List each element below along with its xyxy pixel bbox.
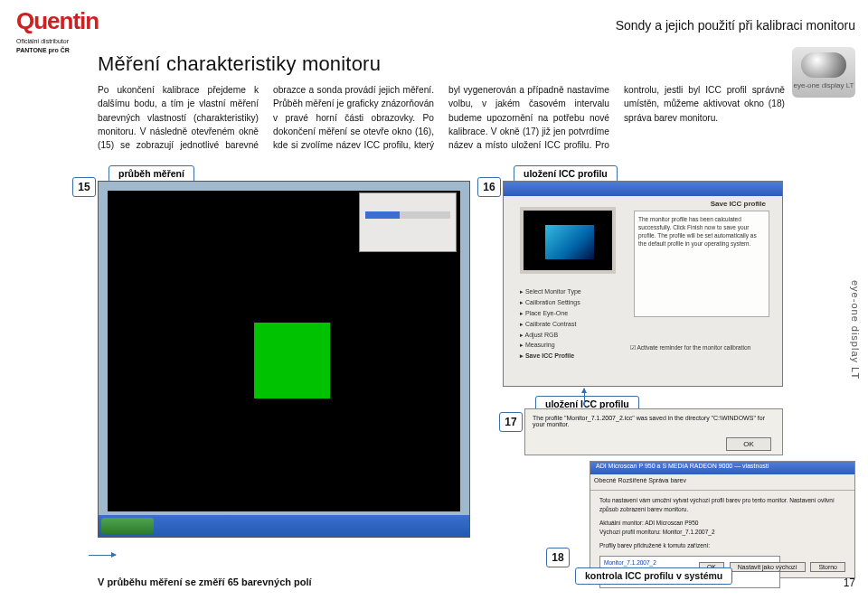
callout-18: kontrola ICC profilu v systému <box>575 567 732 585</box>
shot18-list-label: Profily barev přidružené k tomuto zaříze… <box>599 541 845 550</box>
logo-sub2: PANTONE pro ČR <box>16 47 78 54</box>
shot16-checkbox-label: Activate reminder for the monitor calibr… <box>637 344 750 351</box>
fig-number-16: 16 <box>477 177 501 197</box>
shot16-infobox: The monitor profile has been calculated … <box>634 211 769 317</box>
shot18-line1: Aktuální monitor: ADI Microscan P950 <box>599 519 845 528</box>
arrow-footnote <box>89 555 116 556</box>
shot17-ok-button[interactable]: OK <box>726 437 771 451</box>
page-topic: Sondy a jejich použití při kalibraci mon… <box>616 18 855 33</box>
shot18-hint: Toto nastavení vám umožní vytvat výchozí… <box>599 496 845 515</box>
shot16-step: Adjust RGB <box>525 332 559 338</box>
shot16-step: Measuring <box>525 342 555 348</box>
shot16-steps: ▸ Select Monitor Type ▸ Calibration Sett… <box>520 286 581 361</box>
screenshot-16: Save ICC profile ▸ Select Monitor Type ▸… <box>503 181 783 387</box>
shot18-btn[interactable]: Storno <box>810 562 845 572</box>
fig-number-17: 17 <box>499 412 523 432</box>
page-number: 17 <box>844 577 855 589</box>
footer-caption: V průběhu měření se změří 65 barevných p… <box>98 577 312 587</box>
shot18-list-item: Monitor_7.1.2007_2 <box>604 559 656 566</box>
side-label: eye-one display LT <box>850 280 861 380</box>
shot18-btn[interactable]: Nastavit jako výchozí <box>730 562 806 572</box>
brand-logo: Quentin Oficiální distributor PANTONE pr… <box>16 7 78 53</box>
shot16-titlebar <box>504 182 782 196</box>
product-swatch: eye-one display LT <box>792 47 855 98</box>
fig-number-15: 15 <box>72 177 96 197</box>
screenshot-18: ADI Microscan P 950 a S MEDIA RADEON 900… <box>590 461 855 578</box>
shot16-step: Save ICC Profile <box>525 352 574 359</box>
screenshot-17: The profile "Monitor_7.1.2007_2.icc" was… <box>524 408 783 455</box>
shot15-color-patch <box>254 323 330 398</box>
arrow-17-to-16 <box>584 389 585 407</box>
shot18-header: ADI Microscan P 950 a S MEDIA RADEON 900… <box>590 462 854 474</box>
shot18-tabs: Obecné Rozšířené Správa barev <box>590 474 854 491</box>
fig-number-18: 18 <box>546 548 570 567</box>
shot15-taskbar <box>99 515 469 537</box>
shot16-step: Calibration Settings <box>525 299 580 305</box>
shot16-step: Select Monitor Type <box>525 288 581 295</box>
brand-name: Quentin <box>16 7 99 34</box>
shot16-step: Calibrate Contrast <box>525 321 576 327</box>
logo-sub1: Oficiální distributor <box>16 38 78 45</box>
screenshot-15 <box>98 181 470 538</box>
shot17-message: The profile "Monitor_7.1.2007_2.icc" was… <box>533 415 775 427</box>
shot16-title: Save ICC profile <box>711 200 766 208</box>
shot15-progress-window <box>359 192 457 252</box>
shot16-step: Place Eye-One <box>525 310 568 316</box>
shot15-start-button <box>101 518 154 534</box>
shot18-line2: Výchozí profil monitoru: Monitor_7.1.200… <box>599 528 845 537</box>
article-title: Měření charakteristiky monitoru <box>98 52 381 76</box>
swatch-label: eye-one display LT <box>794 81 854 89</box>
article-body: Po ukončení kalibrace přejdeme k dalšímu… <box>98 83 785 152</box>
shot16-preview <box>520 207 616 274</box>
